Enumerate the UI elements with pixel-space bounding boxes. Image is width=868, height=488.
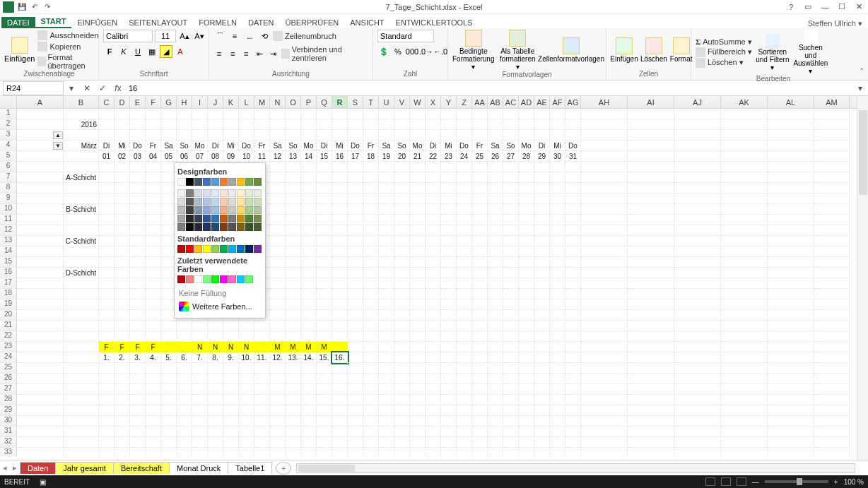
cell-AI30[interactable] (628, 416, 674, 427)
cell-C23[interactable]: F (99, 342, 115, 352)
cell-J27[interactable] (208, 384, 223, 395)
cell-Y32[interactable] (441, 437, 457, 448)
cell-AH5[interactable] (581, 151, 628, 162)
cell-T29[interactable] (363, 405, 379, 416)
expand-formula-icon[interactable]: ▾ (852, 81, 868, 96)
cell-W15[interactable] (410, 257, 426, 268)
cell-N15[interactable] (270, 257, 286, 268)
cell-P33[interactable] (301, 448, 317, 456)
cell-V25[interactable] (394, 363, 410, 374)
cell-U17[interactable] (379, 278, 394, 289)
cell-U1[interactable] (379, 109, 394, 119)
cell-S26[interactable] (348, 374, 363, 384)
cell-F17[interactable] (146, 278, 161, 289)
color-swatch[interactable] (245, 206, 253, 214)
cell-AK20[interactable] (721, 310, 768, 321)
cell-X6[interactable] (426, 162, 441, 172)
cell-B9[interactable] (64, 194, 99, 204)
horizontal-scrollbar[interactable] (296, 463, 855, 473)
cell-AE11[interactable] (534, 215, 550, 225)
col-header-V[interactable]: V (394, 96, 410, 108)
cell-AH1[interactable] (581, 109, 628, 119)
color-swatch[interactable] (245, 223, 253, 231)
cell-H23[interactable] (177, 342, 192, 352)
cell-AG25[interactable] (565, 363, 581, 374)
cell-O20[interactable] (286, 310, 301, 321)
cell-A30[interactable] (17, 416, 64, 427)
cell-C13[interactable] (99, 236, 115, 246)
cell-AJ21[interactable] (674, 321, 721, 331)
cell-Z11[interactable] (457, 215, 472, 225)
cell-V4[interactable]: So (394, 141, 410, 151)
cell-AG10[interactable] (565, 204, 581, 215)
cell-E4[interactable]: Do (130, 141, 146, 151)
cell-U23[interactable] (379, 342, 394, 352)
cell-S20[interactable] (348, 310, 363, 321)
color-swatch[interactable] (237, 275, 245, 283)
cell-O33[interactable] (286, 448, 301, 456)
cell-Q8[interactable] (317, 183, 332, 194)
cell-C14[interactable] (99, 246, 115, 257)
cell-L31[interactable] (239, 427, 254, 437)
cell-D20[interactable] (115, 310, 130, 321)
cell-K26[interactable] (223, 374, 239, 384)
view-layout-icon[interactable] (721, 477, 731, 486)
cell-AJ32[interactable] (674, 437, 721, 448)
cell-AB18[interactable] (488, 289, 503, 299)
cell-AE30[interactable] (534, 416, 550, 427)
cell-A6[interactable] (17, 162, 64, 172)
cell-AC5[interactable]: 27 (503, 151, 519, 162)
cell-Y18[interactable] (441, 289, 457, 299)
cell-H28[interactable] (177, 395, 192, 405)
cell-AD13[interactable] (519, 236, 534, 246)
cell-U28[interactable] (379, 395, 394, 405)
cell-S25[interactable] (348, 363, 363, 374)
cell-A2[interactable] (17, 119, 64, 130)
cell-C17[interactable] (99, 278, 115, 289)
cell-Q15[interactable] (317, 257, 332, 268)
cell-Y23[interactable] (441, 342, 457, 352)
cell-AH33[interactable] (581, 448, 628, 456)
color-swatch[interactable] (177, 275, 185, 283)
row-header-19[interactable]: 19 (0, 299, 17, 310)
cell-AH13[interactable] (581, 236, 628, 246)
cell-S23[interactable] (348, 342, 363, 352)
cell-V11[interactable] (394, 215, 410, 225)
cell-F29[interactable] (146, 405, 161, 416)
cell-AJ17[interactable] (674, 278, 721, 289)
cell-R19[interactable] (332, 299, 348, 310)
cell-AD2[interactable] (519, 119, 534, 130)
macro-record-icon[interactable]: ▣ (40, 478, 46, 486)
cell-U20[interactable] (379, 310, 394, 321)
cell-AE2[interactable] (534, 119, 550, 130)
grow-font-button[interactable]: A▴ (178, 30, 191, 42)
cell-J31[interactable] (208, 427, 223, 437)
cell-N7[interactable] (270, 172, 286, 183)
cell-N32[interactable] (270, 437, 286, 448)
cell-C8[interactable] (99, 183, 115, 194)
color-swatch[interactable] (177, 198, 185, 206)
col-header-AA[interactable]: AA (472, 96, 488, 108)
cell-AK30[interactable] (721, 416, 768, 427)
cell-Y14[interactable] (441, 246, 457, 257)
col-header-B[interactable]: B (64, 96, 99, 108)
cell-AI31[interactable] (628, 427, 674, 437)
cell-AD6[interactable] (519, 162, 534, 172)
cell-B14[interactable] (64, 246, 99, 257)
color-swatch[interactable] (228, 178, 236, 186)
cell-X10[interactable] (426, 204, 441, 215)
cell-R11[interactable] (332, 215, 348, 225)
cell-AH19[interactable] (581, 299, 628, 310)
cell-W1[interactable] (410, 109, 426, 119)
cell-X30[interactable] (426, 416, 441, 427)
cell-AH29[interactable] (581, 405, 628, 416)
cell-AB5[interactable]: 26 (488, 151, 503, 162)
cell-AA14[interactable] (472, 246, 488, 257)
cell-AM23[interactable] (814, 342, 850, 352)
cell-AJ31[interactable] (674, 427, 721, 437)
cell-E26[interactable] (130, 374, 146, 384)
cell-F5[interactable]: 04 (146, 151, 161, 162)
cell-Z2[interactable] (457, 119, 472, 130)
col-header-F[interactable]: F (146, 96, 161, 108)
cell-C24[interactable]: 1. (99, 352, 115, 363)
